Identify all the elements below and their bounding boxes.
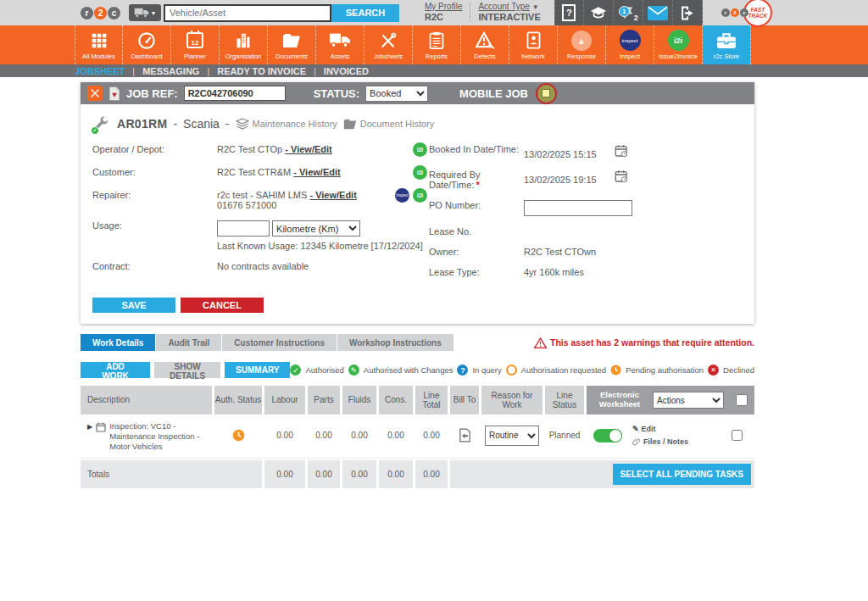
subnav-invoiced[interactable]: INVOICED [324,66,369,76]
nav-module-network[interactable]: Network [509,25,558,64]
repairer-phone: 01676 571000 [217,200,388,210]
pdf-icon[interactable] [108,86,120,101]
subnav-jobsheet[interactable]: JOBSHEET [75,66,125,76]
nav-module-dashboard[interactable]: Dashboard [123,25,171,64]
work-line-description[interactable]: Inspection: VC10 - Maintenance Inspectio… [109,421,212,452]
mobile-job-checkbox-square [542,89,550,97]
nav-module-defects[interactable]: Defects [461,25,509,64]
repairer-name: r2c test - SAHIM LMS [217,190,307,200]
pencil-icon: ✎ [632,423,639,435]
edit-link[interactable]: ✎Edit [632,423,688,435]
tab-workshop-instructions[interactable]: Workshop Instructions [337,334,453,351]
operator-label: Operator / Depot: [92,142,217,154]
nav-module-planner[interactable]: 12 Planner [171,25,220,64]
calendar-picker-icon[interactable] [615,170,628,183]
response-triangle: ▲ [571,31,592,51]
electronic-worksheet-toggle[interactable] [593,429,622,442]
customer-view-edit-link[interactable]: - View/Edit [293,167,340,177]
account-type-label[interactable]: Account Type [478,2,529,11]
tab-customer-instructions[interactable]: Customer Instructions [222,334,337,351]
asset-warning: This asset has 2 warnings that require a… [534,337,754,348]
header-line-total: Line Total [415,386,448,415]
nav-module-documents[interactable]: Documents [268,25,316,64]
add-work-line-button[interactable]: ADD WORK LINE [81,362,150,378]
nav-module-response[interactable]: ▲ Response [558,25,606,64]
nav-module-inspect[interactable]: inspect Inspect [606,25,654,64]
separator: | [132,66,135,76]
actions-select[interactable]: Actions [653,392,724,409]
totals-label: Totals [81,460,262,488]
folder-icon [282,31,301,51]
search-button[interactable]: SEARCH [331,4,399,22]
authorised-with-changes-icon: ✎ [348,364,359,376]
clipboard-icon [429,31,444,51]
vehicle-make: Scania [183,117,220,131]
truck-icon [329,31,351,51]
status-label: STATUS: [314,87,359,100]
tab-audit-trail[interactable]: Audit Trail [156,334,221,351]
nav-module-issue2invoice[interactable]: i2i Issue2Invoice [654,25,703,64]
totals-right-cell: SELECT ALL PENDING TASKS [450,460,754,488]
declined-icon: ✕ [708,364,719,376]
po-number-label: PO Number: [429,198,524,210]
status-select[interactable]: Booked [365,86,428,102]
show-details-button[interactable]: SHOW DETAILS [154,362,220,378]
select-all-pending-tasks-button[interactable]: SELECT ALL PENDING TASKS [613,464,751,485]
usage-unit-select[interactable]: Kilometre (Km) [272,220,360,237]
summary-button[interactable]: SUMMARY [225,362,290,378]
search-input[interactable] [164,4,331,22]
training-button[interactable] [584,0,614,25]
select-all-checkbox[interactable] [736,394,748,406]
files-notes-link[interactable]: Files / Notes [632,436,688,448]
nav-module-jobsheets[interactable]: Jobsheets [364,25,413,64]
i2i-badge-icon[interactable]: i2i [413,188,427,203]
maintenance-history-link[interactable]: Maintenance History [236,118,337,130]
usage-input[interactable] [217,220,270,237]
reason-for-work-select[interactable]: Routine [485,426,539,446]
expand-row-icon[interactable]: ▶ [87,421,92,431]
inspect-badge-icon[interactable]: Inspect [395,188,409,203]
nav-module-organisation[interactable]: Organisation [220,25,268,64]
subnav-messaging[interactable]: MESSAGING [142,66,199,76]
work-line-total: 0.00 [415,420,448,452]
fast-track-logo[interactable]: r 2 c FAST TRACK [721,0,772,27]
document-history-label[interactable]: Document History [360,119,434,129]
jobsheet-tools-icon[interactable] [87,86,103,101]
whats-new-button[interactable]: 1 2 [614,0,643,25]
po-number-input[interactable] [524,200,632,216]
document-history-link[interactable]: Document History [343,119,434,130]
job-ref-input[interactable] [184,86,286,101]
speedometer-icon [137,31,156,51]
messages-button[interactable] [643,0,673,25]
my-profile-link[interactable]: My Profile [425,2,462,13]
tab-work-details[interactable]: Work Details [81,334,155,351]
work-toolbar: ADD WORK LINE SHOW DETAILS SUMMARY ✓Auth… [81,362,754,378]
logout-button[interactable] [673,0,703,25]
operator-view-edit-link[interactable]: - View/Edit [285,144,331,154]
help-button[interactable]: ? [554,0,584,25]
i2i-badge-icon[interactable]: i2i [413,165,427,180]
save-button[interactable]: SAVE [92,298,175,313]
nav-module-label: Dashboard [131,53,163,60]
calendar-picker-icon[interactable] [615,144,628,158]
required-asterisk: * [476,180,479,190]
inspect-icon: inspect [620,31,641,51]
required-by-text: Required By Date/Time: [429,170,481,190]
nav-module-assets[interactable]: Assets [316,25,364,64]
edit-label[interactable]: Edit [642,423,656,435]
maintenance-history-label[interactable]: Maintenance History [253,119,337,129]
nav-module-r2c-store[interactable]: r2c Store [703,25,751,64]
work-line-checkbox[interactable] [732,430,743,441]
tools-icon [380,31,397,51]
bill-to-icon[interactable] [459,428,471,442]
nav-module-reports[interactable]: Reports [413,25,461,64]
search-type-dropdown[interactable]: ▼ [129,4,161,21]
i2i-badge-icon[interactable]: i2i [413,142,427,157]
mobile-job-checkbox[interactable] [536,83,557,104]
files-notes-label[interactable]: Files / Notes [643,436,688,448]
account-type-link[interactable]: Account Type ▼ [478,2,540,13]
nav-module-all-modules[interactable]: All Modules [75,25,123,64]
subnav-ready-to-invoice[interactable]: READY TO INVOICE [217,66,306,76]
cancel-button[interactable]: CANCEL [181,298,264,313]
repairer-view-edit-link[interactable]: - View/Edit [309,190,356,200]
